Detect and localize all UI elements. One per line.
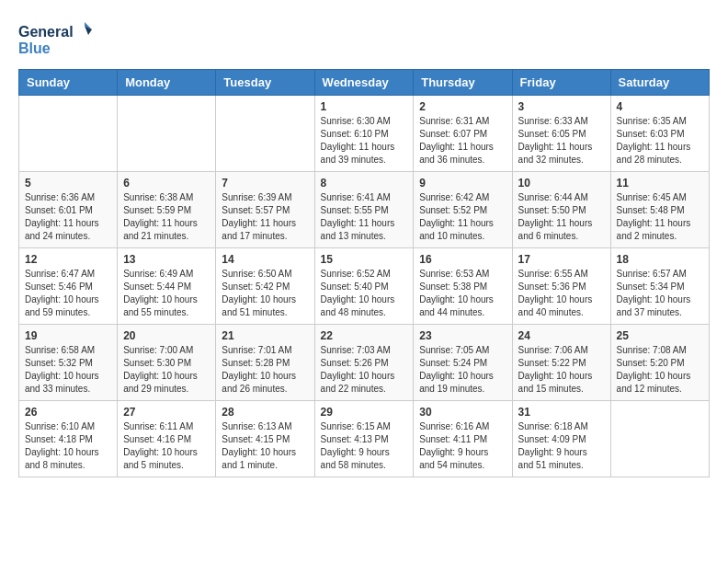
calendar-cell: 30Sunrise: 6:16 AM Sunset: 4:11 PM Dayli… [414,401,512,477]
day-number: 29 [321,406,408,419]
calendar-week-row: 1Sunrise: 6:30 AM Sunset: 6:10 PM Daylig… [19,96,710,172]
day-number: 1 [321,100,408,113]
calendar-week-row: 26Sunrise: 6:10 AM Sunset: 4:18 PM Dayli… [19,401,710,477]
day-number: 23 [419,329,506,342]
day-number: 4 [617,100,703,113]
day-info: Sunrise: 6:36 AM Sunset: 6:01 PM Dayligh… [25,191,111,243]
weekday-header-wednesday: Wednesday [314,70,414,96]
calendar-week-row: 5Sunrise: 6:36 AM Sunset: 6:01 PM Daylig… [19,172,710,248]
day-info: Sunrise: 6:18 AM Sunset: 4:09 PM Dayligh… [518,420,605,472]
day-number: 14 [222,253,308,266]
day-info: Sunrise: 6:58 AM Sunset: 5:32 PM Dayligh… [25,344,111,396]
weekday-header-monday: Monday [118,70,216,96]
day-info: Sunrise: 6:49 AM Sunset: 5:44 PM Dayligh… [123,268,210,319]
calendar-cell: 27Sunrise: 6:11 AM Sunset: 4:16 PM Dayli… [118,401,216,477]
day-number: 25 [617,329,703,342]
day-info: Sunrise: 6:55 AM Sunset: 5:36 PM Dayligh… [518,268,605,319]
day-info: Sunrise: 6:50 AM Sunset: 5:42 PM Dayligh… [222,268,308,319]
day-info: Sunrise: 6:38 AM Sunset: 5:59 PM Dayligh… [123,191,210,243]
day-info: Sunrise: 6:45 AM Sunset: 5:48 PM Dayligh… [617,191,703,243]
calendar-cell: 3Sunrise: 6:33 AM Sunset: 6:05 PM Daylig… [512,96,610,172]
calendar-cell: 8Sunrise: 6:41 AM Sunset: 5:55 PM Daylig… [314,172,414,248]
day-number: 8 [321,177,408,190]
day-number: 5 [25,177,111,190]
calendar-cell [610,401,709,477]
calendar-cell: 5Sunrise: 6:36 AM Sunset: 6:01 PM Daylig… [19,172,118,248]
day-number: 11 [617,177,703,190]
calendar-cell: 29Sunrise: 6:15 AM Sunset: 4:13 PM Dayli… [314,401,414,477]
weekday-header-row: SundayMondayTuesdayWednesdayThursdayFrid… [19,70,710,96]
day-number: 21 [222,329,308,342]
calendar-cell: 4Sunrise: 6:35 AM Sunset: 6:03 PM Daylig… [610,96,709,172]
calendar-cell: 16Sunrise: 6:53 AM Sunset: 5:38 PM Dayli… [414,248,512,325]
day-info: Sunrise: 7:01 AM Sunset: 5:28 PM Dayligh… [222,344,308,396]
calendar-cell: 26Sunrise: 6:10 AM Sunset: 4:18 PM Dayli… [19,401,118,477]
day-number: 31 [518,406,605,419]
weekday-header-thursday: Thursday [414,70,512,96]
day-info: Sunrise: 6:57 AM Sunset: 5:34 PM Dayligh… [617,268,703,319]
day-info: Sunrise: 7:06 AM Sunset: 5:22 PM Dayligh… [518,344,605,396]
weekday-header-sunday: Sunday [19,70,118,96]
logo: General Blue [18,18,92,60]
calendar-cell: 10Sunrise: 6:44 AM Sunset: 5:50 PM Dayli… [512,172,610,248]
day-number: 22 [321,329,408,342]
calendar-cell: 22Sunrise: 7:03 AM Sunset: 5:26 PM Dayli… [314,325,414,401]
day-number: 3 [518,100,605,113]
day-info: Sunrise: 6:35 AM Sunset: 6:03 PM Dayligh… [617,115,703,167]
day-number: 6 [123,177,210,190]
day-info: Sunrise: 6:16 AM Sunset: 4:11 PM Dayligh… [419,420,506,472]
day-info: Sunrise: 6:41 AM Sunset: 5:55 PM Dayligh… [321,191,408,243]
svg-text:General: General [18,24,74,40]
day-number: 9 [419,177,506,190]
day-info: Sunrise: 6:53 AM Sunset: 5:38 PM Dayligh… [419,268,506,319]
calendar-cell: 2Sunrise: 6:31 AM Sunset: 6:07 PM Daylig… [414,96,512,172]
day-number: 24 [518,329,605,342]
day-info: Sunrise: 6:39 AM Sunset: 5:57 PM Dayligh… [222,191,308,243]
weekday-header-friday: Friday [512,70,610,96]
day-info: Sunrise: 6:15 AM Sunset: 4:13 PM Dayligh… [321,420,408,472]
day-number: 2 [419,100,506,113]
page-header: General Blue [18,18,710,60]
logo-svg: General Blue [18,18,92,60]
calendar-cell: 24Sunrise: 7:06 AM Sunset: 5:22 PM Dayli… [512,325,610,401]
day-info: Sunrise: 6:30 AM Sunset: 6:10 PM Dayligh… [321,115,408,167]
day-info: Sunrise: 7:08 AM Sunset: 5:20 PM Dayligh… [617,344,703,396]
calendar-cell: 28Sunrise: 6:13 AM Sunset: 4:15 PM Dayli… [216,401,314,477]
day-info: Sunrise: 6:33 AM Sunset: 6:05 PM Dayligh… [518,115,605,167]
day-number: 30 [419,406,506,419]
calendar-cell: 19Sunrise: 6:58 AM Sunset: 5:32 PM Dayli… [19,325,118,401]
day-number: 7 [222,177,308,190]
day-number: 18 [617,253,703,266]
calendar-cell: 9Sunrise: 6:42 AM Sunset: 5:52 PM Daylig… [414,172,512,248]
calendar-cell: 7Sunrise: 6:39 AM Sunset: 5:57 PM Daylig… [216,172,314,248]
calendar-cell [118,96,216,172]
weekday-header-saturday: Saturday [610,70,709,96]
day-info: Sunrise: 6:47 AM Sunset: 5:46 PM Dayligh… [25,268,111,319]
day-info: Sunrise: 6:13 AM Sunset: 4:15 PM Dayligh… [222,420,308,472]
calendar-cell: 13Sunrise: 6:49 AM Sunset: 5:44 PM Dayli… [118,248,216,325]
day-number: 19 [25,329,111,342]
day-info: Sunrise: 6:42 AM Sunset: 5:52 PM Dayligh… [419,191,506,243]
day-number: 17 [518,253,605,266]
day-number: 15 [321,253,408,266]
day-number: 28 [222,406,308,419]
weekday-header-tuesday: Tuesday [216,70,314,96]
calendar-cell: 20Sunrise: 7:00 AM Sunset: 5:30 PM Dayli… [118,325,216,401]
calendar-cell [19,96,118,172]
day-number: 26 [25,406,111,419]
calendar-cell: 14Sunrise: 6:50 AM Sunset: 5:42 PM Dayli… [216,248,314,325]
day-info: Sunrise: 6:11 AM Sunset: 4:16 PM Dayligh… [123,420,210,472]
calendar-cell: 6Sunrise: 6:38 AM Sunset: 5:59 PM Daylig… [118,172,216,248]
calendar-cell: 15Sunrise: 6:52 AM Sunset: 5:40 PM Dayli… [314,248,414,325]
day-info: Sunrise: 6:44 AM Sunset: 5:50 PM Dayligh… [518,191,605,243]
calendar-week-row: 19Sunrise: 6:58 AM Sunset: 5:32 PM Dayli… [19,325,710,401]
calendar-cell: 31Sunrise: 6:18 AM Sunset: 4:09 PM Dayli… [512,401,610,477]
day-number: 20 [123,329,210,342]
day-number: 13 [123,253,210,266]
calendar-cell: 23Sunrise: 7:05 AM Sunset: 5:24 PM Dayli… [414,325,512,401]
day-info: Sunrise: 6:52 AM Sunset: 5:40 PM Dayligh… [321,268,408,319]
day-info: Sunrise: 7:03 AM Sunset: 5:26 PM Dayligh… [321,344,408,396]
day-info: Sunrise: 6:31 AM Sunset: 6:07 PM Dayligh… [419,115,506,167]
calendar-cell: 25Sunrise: 7:08 AM Sunset: 5:20 PM Dayli… [610,325,709,401]
day-number: 27 [123,406,210,419]
